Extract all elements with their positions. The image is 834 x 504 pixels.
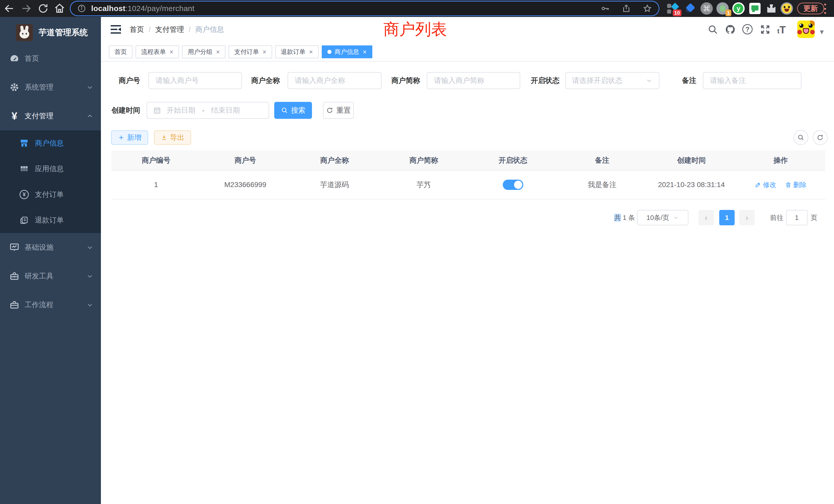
reload-icon (38, 3, 49, 14)
date-separator: - (202, 106, 204, 114)
tab-merchant-info[interactable]: 商户信息× (322, 45, 372, 58)
search-icon[interactable] (707, 24, 718, 35)
browser-home-button[interactable] (54, 3, 65, 14)
breadcrumb: 首页 / 支付管理 / 商户信息 (130, 17, 224, 42)
browser-reload-button[interactable] (38, 3, 49, 14)
col-create-time: 创建时间 (647, 151, 736, 170)
sidebar-item-infra[interactable]: 基础设施 (0, 233, 101, 262)
full-name-input[interactable] (288, 72, 381, 89)
tab-pay-order[interactable]: 支付订单× (228, 45, 272, 58)
sidebar-item-label: 退款订单 (35, 215, 64, 225)
sidebar-item-pay[interactable]: ¥ 支付管理 (0, 101, 101, 130)
site-info-icon[interactable] (77, 4, 86, 13)
goto-page-input[interactable] (786, 210, 808, 225)
active-dot (327, 50, 331, 54)
help-icon[interactable]: ? (742, 24, 753, 35)
address-bar[interactable]: localhost:1024/pay/merchant (70, 1, 659, 16)
sidebar-item-devtool[interactable]: 研发工具 (0, 262, 101, 291)
extension-command-icon[interactable]: ⌘ (701, 2, 713, 15)
sidebar-submenu-pay: 商户信息 应用信息 ¥ 支付订单 退款订单 (0, 130, 101, 233)
hide-search-button[interactable] (793, 130, 808, 145)
bookmark-star-icon[interactable] (643, 4, 652, 13)
sidebar-item-label: 支付订单 (35, 190, 64, 199)
tab-refund-order[interactable]: 退款订单× (275, 45, 319, 58)
fullscreen-icon[interactable] (760, 24, 771, 35)
status-select[interactable]: 请选择开启状态 (565, 72, 659, 89)
sidebar-item-system[interactable]: 系统管理 (0, 73, 101, 101)
breadcrumb-pay[interactable]: 支付管理 (155, 25, 184, 35)
question-glyph: ? (745, 25, 749, 33)
chevron-down-icon (86, 301, 94, 309)
extension-chat-icon[interactable] (749, 2, 761, 15)
sidebar-item-home[interactable]: 首页 (0, 44, 101, 73)
chevron-down-icon (645, 77, 653, 84)
font-size-icon[interactable]: tT (777, 25, 786, 36)
export-button[interactable]: 导出 (154, 130, 191, 145)
sidebar-item-refund-order[interactable]: 退款订单 (0, 207, 101, 233)
sidebar-logo[interactable]: 芋道管理系统 (0, 17, 101, 42)
add-button[interactable]: 新增 (111, 130, 148, 145)
extension-yudao-icon[interactable]: y (732, 2, 745, 15)
status-toggle[interactable] (503, 180, 523, 190)
tab-close-icon[interactable]: × (262, 48, 266, 55)
browser-profile-avatar[interactable] (781, 2, 793, 15)
short-name-input[interactable] (427, 72, 520, 89)
tab-close-icon[interactable]: × (363, 48, 367, 55)
sidebar-item-app-info[interactable]: 应用信息 (0, 156, 101, 182)
page-number-1[interactable]: 1 (719, 210, 734, 225)
remark-input[interactable] (703, 72, 802, 89)
date-range-picker[interactable]: 开始日期 - 结束日期 (147, 102, 269, 119)
tab-process-form[interactable]: 流程表单× (136, 45, 179, 58)
page-size-select[interactable]: 10条/页 (637, 210, 688, 225)
refresh-icon (816, 134, 824, 141)
update-label: 更新 (804, 4, 818, 13)
yen-icon: ¥ (9, 111, 20, 121)
avatar-dropdown-caret[interactable]: ▾ (820, 27, 824, 36)
merchant-no-input[interactable] (148, 72, 242, 89)
edit-link[interactable]: 修改 (755, 180, 776, 189)
extension-gem-icon[interactable] (684, 2, 696, 15)
extensions-puzzle-icon[interactable] (765, 2, 777, 15)
chevron-down-icon (673, 214, 679, 221)
tab-close-icon[interactable]: × (216, 48, 220, 55)
tab-close-icon[interactable]: × (309, 48, 313, 55)
extension-tasks-icon[interactable]: 10 (666, 2, 679, 15)
share-icon[interactable] (622, 4, 631, 13)
table-header-row: 商户编号 商户号 商户全称 商户简称 开启状态 备注 创建时间 操作 (111, 151, 825, 171)
tags-view-bar: 首页 流程表单× 用户分组× 支付订单× 退款订单× 商户信息× (101, 42, 834, 62)
browser-forward-button[interactable] (21, 3, 32, 14)
edit-label: 修改 (763, 180, 776, 189)
page-unit-label: 页 (811, 213, 817, 222)
prev-page-button[interactable]: ‹ (698, 210, 714, 225)
cell-create-time: 2021-10-23 08:31:14 (647, 171, 736, 199)
goto-label: 前往 (770, 213, 784, 222)
gem-icon (686, 3, 695, 13)
sidebar-collapse-button[interactable] (110, 24, 122, 35)
password-key-icon[interactable] (600, 4, 610, 13)
breadcrumb-home[interactable]: 首页 (130, 25, 144, 35)
refresh-table-button[interactable] (813, 130, 828, 145)
sidebar-item-merchant-info[interactable]: 商户信息 (0, 130, 101, 156)
extension-badge-count: 1 (725, 9, 731, 16)
extension-recorder-icon[interactable]: 1 (717, 2, 729, 15)
app-title: 芋道管理系统 (39, 27, 88, 38)
delete-link[interactable]: 删除 (785, 180, 807, 189)
gear-icon (9, 82, 20, 92)
tab-home[interactable]: 首页 (109, 45, 132, 58)
chrome-update-button[interactable]: 更新 (797, 3, 824, 14)
user-avatar[interactable] (797, 21, 815, 38)
tab-user-group[interactable]: 用户分组× (182, 45, 225, 58)
search-button[interactable]: 搜索 (274, 102, 312, 119)
reset-button[interactable]: 重置 (323, 102, 354, 119)
total-rest: 1 条 (621, 214, 635, 222)
sidebar-item-workflow[interactable]: 工作流程 (0, 291, 101, 319)
browser-back-button[interactable] (4, 3, 15, 14)
grid-table-icon (20, 164, 29, 174)
next-page-button[interactable]: › (739, 210, 755, 225)
browser-menu-button[interactable] (824, 4, 827, 14)
sidebar-item-pay-order[interactable]: ¥ 支付订单 (0, 182, 101, 207)
github-icon[interactable] (725, 24, 736, 35)
tab-close-icon[interactable]: × (170, 48, 173, 55)
cell-merchant-no: M233666999 (201, 171, 290, 199)
home-icon (54, 3, 65, 14)
